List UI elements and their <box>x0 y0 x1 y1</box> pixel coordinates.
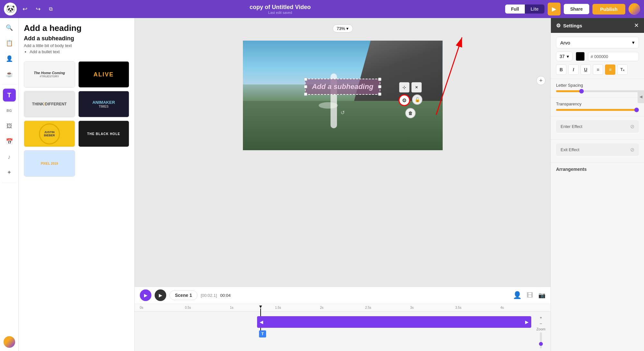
sidebar-item-profile[interactable] <box>4 336 15 348</box>
add-scene-button[interactable]: + <box>536 76 545 85</box>
exit-effect-label: Exit Effect <box>561 147 579 152</box>
font-size-selector[interactable]: 37 ▾ <box>556 52 572 61</box>
timeline-add-button[interactable]: + <box>540 316 542 320</box>
view-toggle: Full Lite <box>505 5 544 14</box>
ruler-mark: 1s <box>230 306 275 309</box>
exit-effect-row[interactable]: Exit Effect ⊘ <box>556 143 639 156</box>
font-selector[interactable]: Arvo ▾ <box>556 37 639 48</box>
list-button[interactable]: ≡ <box>593 64 603 75</box>
underline-button[interactable]: U <box>581 64 591 75</box>
format-row: B I U ≡ ≡ Tₓ <box>556 64 639 75</box>
sidebar-item-calendar[interactable]: 📅 <box>3 135 16 148</box>
sidebar-item-templates[interactable]: 📋 <box>3 37 16 50</box>
template-item[interactable]: JUSTIN BIEBER <box>24 121 75 147</box>
divider <box>2 84 17 85</box>
color-swatch[interactable] <box>576 52 585 61</box>
share-button[interactable]: Share <box>564 4 589 14</box>
scene-play-button2[interactable]: ▶ <box>155 289 166 301</box>
align-button[interactable]: ≡ <box>605 64 615 75</box>
canvas-text-box[interactable]: Add a subheading <box>305 79 380 95</box>
track-bar-right-arrow[interactable]: ▶ <box>525 319 529 325</box>
title-area: copy of Untitled Video Last edit saved <box>58 4 502 15</box>
timeline-ruler: 0s 0.5s 1s 1.5s 2s 2.5s 3s 3.5s 4s <box>135 304 551 312</box>
ruler-mark: 2s <box>320 306 365 309</box>
slider-thumb <box>579 89 584 93</box>
resize-handle-br[interactable] <box>378 93 381 96</box>
track-t-icon: T <box>259 330 266 337</box>
panel-title-area: ⚙ Settings <box>556 23 582 29</box>
zoom-slider-thumb <box>539 342 543 346</box>
ruler-mark: 2.5s <box>365 306 410 309</box>
sidebar-item-effects[interactable]: ✦ <box>3 166 16 179</box>
template-item[interactable]: PIXEL 2019 <box>24 150 75 177</box>
close-toolbar-button[interactable]: ✕ <box>411 82 422 93</box>
track-bar-left-arrow[interactable]: ◀ <box>260 319 263 325</box>
sidebar-item-music[interactable]: ♪ <box>3 151 16 163</box>
sidebar-item-user[interactable]: 👤 <box>3 52 16 65</box>
template-item[interactable]: ALIVE <box>78 61 130 88</box>
slider-fill <box>556 90 581 92</box>
font-size-row: 37 ▾ # 000000 <box>556 52 639 61</box>
subheading-text: Add a subheading <box>24 35 129 42</box>
color-hash-display[interactable]: # 000000 <box>588 52 639 61</box>
resize-handle-mr[interactable] <box>378 85 381 88</box>
canvas-area: 73% ▾ + Add a subheading <box>135 18 551 351</box>
resize-handle-tr[interactable] <box>378 78 381 81</box>
enter-effect-row[interactable]: Enter Effect ⊘ <box>556 120 639 133</box>
zoom-slider[interactable] <box>540 332 542 348</box>
letter-spacing-slider[interactable] <box>556 90 639 92</box>
sidebar-item-image[interactable]: 🖼 <box>3 120 16 132</box>
bold-button[interactable]: B <box>556 64 566 75</box>
publish-button[interactable]: Publish <box>592 4 625 15</box>
avatar-icon[interactable]: 👤 <box>513 291 522 299</box>
zoom-text: Zoom <box>536 327 545 331</box>
ruler-mark: 0s <box>140 306 185 309</box>
move-icon-button[interactable]: ⊹ <box>399 82 409 93</box>
resize-handle-bl[interactable] <box>304 93 307 96</box>
template-grid: The Home Coming #TRUESTORY ALIVE THINK/D… <box>24 61 129 177</box>
enter-effect-icon: ⊘ <box>630 123 634 130</box>
film-icon[interactable]: 🎞 <box>527 292 533 299</box>
resize-handle-tl[interactable] <box>304 78 307 81</box>
zoom-indicator[interactable]: 73% ▾ <box>332 24 353 33</box>
lock-icon-button[interactable]: 🔓 <box>412 94 422 105</box>
scene-play-button[interactable]: ▶ <box>140 289 151 301</box>
ruler-mark: 4s <box>500 306 545 309</box>
exit-effect-icon: ⊘ <box>630 147 634 153</box>
full-view-button[interactable]: Full <box>505 5 525 14</box>
sidebar-item-coffee[interactable]: ☕ <box>3 68 16 81</box>
bullet-text: Add a bullet text <box>30 49 129 54</box>
sidebar-item-background[interactable]: BG <box>3 104 16 117</box>
copy-button[interactable]: ⧉ <box>46 5 55 13</box>
transparency-slider[interactable] <box>556 109 639 111</box>
user-avatar[interactable] <box>629 3 640 15</box>
scene-icons-row: 👤 🎞 📷 <box>513 291 545 299</box>
italic-button[interactable]: I <box>568 64 579 75</box>
clear-format-button[interactable]: Tₓ <box>617 64 628 75</box>
camera-icon[interactable]: 📷 <box>538 292 545 299</box>
template-item[interactable]: ANIMAKER TIMES <box>78 91 130 117</box>
lite-view-button[interactable]: Lite <box>525 5 544 14</box>
delete-icon-button[interactable]: 🗑 <box>405 108 416 118</box>
timeline-track: ◀ ▶ T <box>135 312 551 337</box>
settings-icon-button[interactable]: ⚙ <box>399 94 410 106</box>
topbar: 🐼 ↩ ↪ ⧉ copy of Untitled Video Last edit… <box>0 0 644 18</box>
exit-effect-section: Exit Effect ⊘ <box>551 140 644 163</box>
mist <box>319 102 338 109</box>
redo-button[interactable]: ↪ <box>33 4 43 14</box>
timeline-minus-button[interactable]: – <box>540 321 542 326</box>
template-item[interactable]: The Home Coming #TRUESTORY <box>24 61 75 88</box>
sidebar-item-text[interactable]: T <box>3 89 16 102</box>
panel-close-button[interactable]: ✕ <box>634 22 639 29</box>
track-bar[interactable]: ◀ ▶ <box>257 316 531 328</box>
font-section: Arvo ▾ 37 ▾ # 000000 B I U ≡ <box>551 33 644 79</box>
preview-play-button[interactable]: ▶ <box>548 3 561 15</box>
template-item[interactable]: THE BLACK HOLE <box>78 121 130 147</box>
resize-handle-ml[interactable] <box>304 85 307 88</box>
refresh-icon[interactable]: ↺ <box>341 110 345 116</box>
undo-button[interactable]: ↩ <box>20 4 30 14</box>
templates-panel: Add a heading Add a subheading Add a lit… <box>19 18 135 351</box>
template-item[interactable]: THINK/DIFFERENT <box>24 91 75 117</box>
sidebar-item-search[interactable]: 🔍 <box>3 21 16 34</box>
scene-name-tag[interactable]: Scene 1 <box>169 290 197 300</box>
